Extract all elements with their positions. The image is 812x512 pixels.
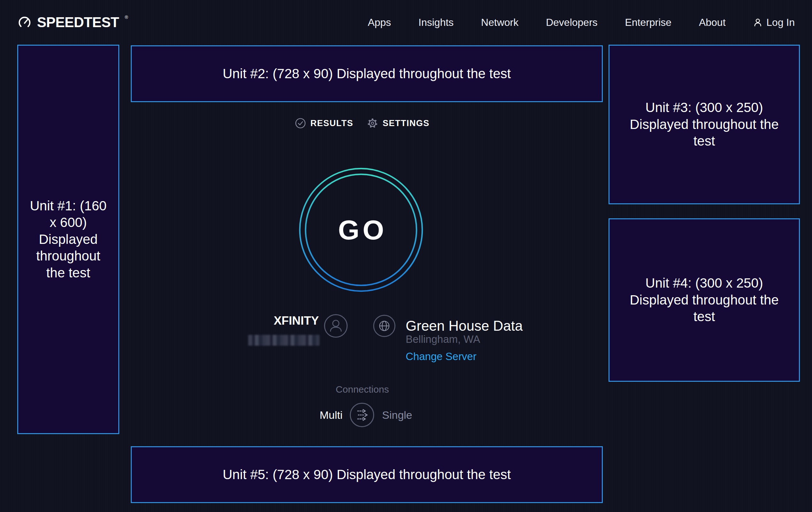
ad-unit-5[interactable]: Unit #5: (728 x 90) Displayed throughout… bbox=[131, 446, 603, 503]
ad-label: Unit #5: (728 x 90) Displayed throughout… bbox=[223, 466, 511, 483]
go-button[interactable]: GO bbox=[299, 168, 423, 292]
user-avatar-icon bbox=[324, 314, 348, 339]
nav-item-enterprise[interactable]: Enterprise bbox=[625, 17, 672, 28]
tab-settings[interactable]: SETTINGS bbox=[367, 117, 430, 129]
ad-label: Unit #4: (300 x 250) Displayed throughou… bbox=[628, 275, 781, 325]
user-icon bbox=[753, 18, 762, 27]
main-nav: Apps Insights Network Developers Enterpr… bbox=[368, 17, 795, 28]
ad-label: Unit #3: (300 x 250) Displayed throughou… bbox=[628, 99, 781, 150]
globe-icon bbox=[373, 315, 396, 339]
logo-text: SPEEDTEST bbox=[37, 15, 119, 30]
nav-item-developers[interactable]: Developers bbox=[546, 17, 598, 28]
nav-item-about[interactable]: About bbox=[699, 17, 726, 28]
connections-multi-option[interactable]: Multi bbox=[279, 409, 343, 421]
gear-icon bbox=[367, 117, 378, 129]
server-location: Bellingham, WA bbox=[406, 333, 480, 345]
connections-single-option[interactable]: Single bbox=[382, 409, 412, 421]
ad-unit-3[interactable]: Unit #3: (300 x 250) Displayed throughou… bbox=[609, 45, 800, 204]
connections-toggle-icon[interactable] bbox=[349, 402, 375, 428]
top-nav: SPEEDTEST ® Apps Insights Network Develo… bbox=[0, 0, 812, 45]
ad-unit-1[interactable]: Unit #1: (160 x 600) Displayed throughou… bbox=[17, 45, 119, 434]
server-name: Green House Data bbox=[406, 318, 523, 334]
tabs-row: RESULTS SETTINGS bbox=[126, 114, 598, 132]
change-server-link[interactable]: Change Server bbox=[406, 350, 476, 362]
ad-label: Unit #2: (728 x 90) Displayed throughout… bbox=[223, 65, 511, 82]
gauge-icon bbox=[17, 15, 32, 30]
ad-unit-4[interactable]: Unit #4: (300 x 250) Displayed throughou… bbox=[609, 218, 800, 382]
nav-item-network[interactable]: Network bbox=[481, 17, 518, 28]
login-label: Log In bbox=[766, 17, 795, 28]
speedtest-page: SPEEDTEST ® Apps Insights Network Develo… bbox=[0, 0, 812, 512]
tab-results-label: RESULTS bbox=[310, 118, 353, 128]
login-button[interactable]: Log In bbox=[753, 17, 795, 28]
logo-trademark: ® bbox=[125, 15, 128, 20]
tab-results[interactable]: RESULTS bbox=[295, 118, 353, 129]
isp-name: XFINITY bbox=[245, 314, 319, 327]
nav-item-apps[interactable]: Apps bbox=[368, 17, 391, 28]
ad-label: Unit #1: (160 x 600) Displayed throughou… bbox=[28, 197, 109, 281]
go-label: GO bbox=[299, 168, 423, 292]
check-circle-icon bbox=[295, 118, 306, 129]
ad-unit-2[interactable]: Unit #2: (728 x 90) Displayed throughout… bbox=[131, 45, 603, 102]
ip-address-redacted bbox=[248, 335, 320, 346]
speedtest-logo[interactable]: SPEEDTEST ® bbox=[17, 15, 127, 30]
nav-item-insights[interactable]: Insights bbox=[418, 17, 454, 28]
connections-label: Connections bbox=[126, 384, 598, 395]
tab-settings-label: SETTINGS bbox=[383, 118, 430, 128]
